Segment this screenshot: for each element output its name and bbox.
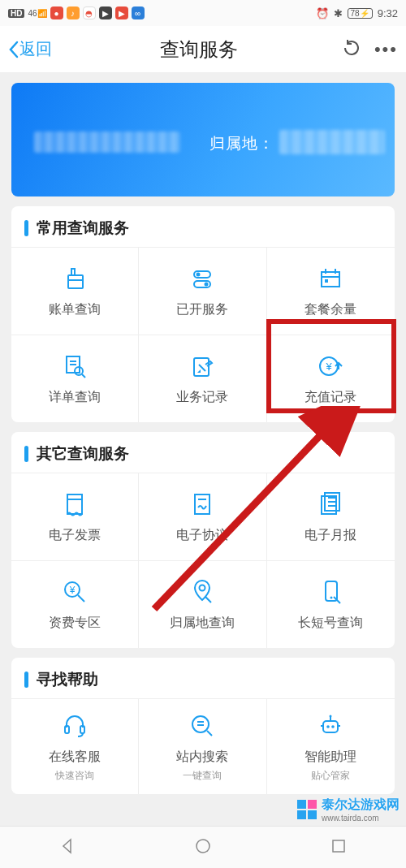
hd-badge: HD — [8, 9, 24, 18]
item-label: 已开服务 — [176, 301, 228, 318]
svg-rect-7 — [322, 272, 339, 287]
item-bill-query[interactable]: 账单查询 — [11, 247, 139, 335]
svg-text:¥: ¥ — [326, 361, 333, 373]
item-business-record[interactable]: 业务记录 — [139, 335, 266, 422]
monthly-icon — [316, 490, 345, 519]
item-e-invoice[interactable]: 电子发票 — [11, 473, 139, 560]
item-label: 账单查询 — [49, 301, 101, 318]
system-back-button[interactable] — [58, 837, 76, 858]
item-sub: 一键查询 — [183, 769, 222, 783]
item-site-search[interactable]: 站内搜索 一键查询 — [139, 698, 266, 794]
bill-icon — [60, 264, 89, 293]
section-header: 寻找帮助 — [11, 658, 395, 698]
item-label: 业务记录 — [176, 389, 228, 406]
svg-point-32 — [200, 585, 205, 591]
item-belonging-query[interactable]: 归属地查询 — [139, 560, 266, 648]
item-label: 电子月报 — [304, 527, 356, 544]
system-recent-button[interactable] — [330, 837, 348, 858]
svg-point-6 — [205, 283, 209, 287]
alarm-icon: ⏰ — [316, 7, 329, 19]
section-common-query: 常用查询服务 账单查询 已开服务 套餐余量 详单查询 业务记录 ¥ 充值记录 — [11, 206, 395, 422]
item-label: 在线客服 — [49, 749, 101, 766]
item-enabled-services[interactable]: 已开服务 — [139, 247, 266, 335]
svg-rect-11 — [325, 279, 328, 283]
status-left: HD 46📶 ● ♪ ◓ ▶ ▶ ∞ — [8, 6, 145, 19]
belong-label: 归属地： — [209, 133, 274, 154]
item-e-agreement[interactable]: 电子协议 — [139, 473, 266, 560]
detail-icon — [60, 352, 89, 381]
svg-line-16 — [82, 374, 85, 378]
tariff-icon: ¥ — [60, 577, 89, 607]
svg-rect-0 — [68, 275, 83, 288]
svg-line-33 — [205, 597, 211, 602]
svg-rect-43 — [323, 721, 338, 732]
svg-rect-20 — [67, 494, 82, 514]
svg-rect-52 — [308, 800, 317, 809]
app-dot-6: ∞ — [132, 6, 145, 19]
battery-indicator: 78⚡ — [348, 8, 373, 19]
app-dot-5: ▶ — [115, 6, 128, 19]
section-mark — [24, 672, 28, 688]
item-online-service[interactable]: 在线客服 快速咨询 — [11, 698, 139, 794]
svg-point-4 — [197, 273, 201, 277]
item-label: 长短号查询 — [298, 615, 363, 632]
item-label: 电子发票 — [49, 527, 101, 544]
back-label: 返回 — [19, 38, 52, 60]
app-dot-3: ◓ — [83, 6, 96, 19]
agreement-icon — [188, 490, 217, 519]
page-title: 查询服务 — [57, 37, 342, 63]
watermark-brand: 泰尔达游戏网 — [322, 797, 400, 814]
headset-icon — [60, 711, 89, 741]
system-nav-bar — [0, 826, 406, 868]
section-help: 寻找帮助 在线客服 快速咨询 站内搜索 一键查询 智能助理 贴心管家 — [11, 658, 395, 794]
system-home-button[interactable] — [194, 837, 212, 858]
watermark-url: www.tairda.com — [322, 814, 400, 823]
section-title: 寻找帮助 — [37, 669, 98, 690]
item-label: 站内搜索 — [176, 749, 228, 766]
item-label: 电子协议 — [176, 527, 228, 544]
item-detailed-bill[interactable]: 详单查询 — [11, 335, 139, 422]
item-e-monthly[interactable]: 电子月报 — [267, 473, 395, 560]
item-label: 智能助理 — [304, 749, 356, 766]
refresh-button[interactable] — [342, 38, 361, 61]
svg-rect-54 — [308, 810, 317, 819]
item-label: 归属地查询 — [170, 615, 235, 632]
phone-icon — [316, 577, 345, 607]
edit-doc-icon — [188, 352, 217, 381]
svg-point-47 — [330, 715, 332, 717]
section-header: 其它查询服务 — [11, 432, 395, 473]
item-smart-assistant[interactable]: 智能助理 贴心管家 — [267, 698, 395, 794]
section-mark — [24, 446, 28, 462]
svg-rect-1 — [71, 269, 75, 275]
section-mark — [24, 220, 28, 236]
svg-rect-51 — [297, 800, 306, 809]
item-package-balance[interactable]: 套餐余量 — [267, 247, 395, 335]
more-button[interactable]: ••• — [374, 39, 398, 60]
svg-rect-56 — [333, 840, 344, 852]
svg-point-35 — [330, 597, 333, 599]
search-doc-icon — [188, 711, 217, 741]
item-tariff-zone[interactable]: ¥ 资费专区 — [11, 560, 139, 648]
clock: 9:32 — [378, 7, 398, 19]
svg-point-44 — [327, 725, 330, 728]
bluetooth-icon: ✱ — [334, 7, 343, 19]
chevron-left-icon — [8, 41, 19, 58]
status-right: ⏰ ✱ 78⚡ 9:32 — [316, 7, 398, 19]
section-title: 其它查询服务 — [37, 443, 129, 464]
phone-number-masked — [34, 132, 180, 153]
recharge-icon: ¥ — [316, 352, 345, 381]
app-dot-1: ● — [50, 6, 63, 19]
item-label: 套餐余量 — [304, 301, 356, 318]
svg-point-55 — [197, 840, 209, 853]
item-sub: 贴心管家 — [311, 769, 350, 783]
invoice-icon — [60, 490, 89, 519]
toggle-icon — [188, 264, 217, 293]
item-recharge-record[interactable]: ¥ 充值记录 — [267, 335, 395, 422]
item-short-number-query[interactable]: 长短号查询 — [267, 560, 395, 648]
location-icon — [188, 577, 217, 607]
svg-line-31 — [78, 595, 84, 602]
status-bar: HD 46📶 ● ♪ ◓ ▶ ▶ ∞ ⏰ ✱ 78⚡ 9:32 — [0, 0, 406, 26]
svg-point-45 — [332, 725, 335, 728]
svg-line-42 — [207, 731, 212, 736]
refresh-icon — [342, 38, 361, 58]
